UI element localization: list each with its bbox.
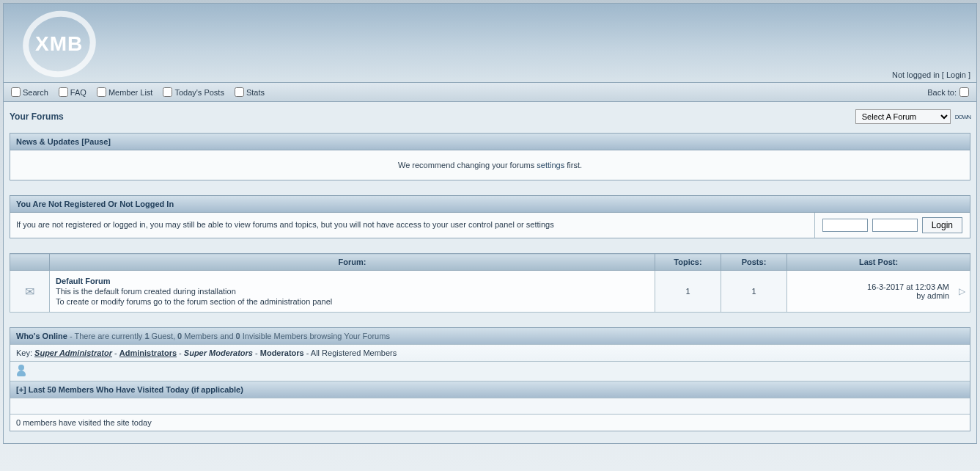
col-topics: Topics: <box>655 254 721 271</box>
person-icon <box>16 365 26 376</box>
last-by: by admin <box>793 291 949 300</box>
username-input[interactable] <box>822 219 868 232</box>
visited-header: [+] Last 50 Members Who Have Visited Tod… <box>10 381 970 398</box>
password-input[interactable] <box>872 219 918 232</box>
down-icon[interactable]: DOWN <box>955 114 970 120</box>
last-date: 16-3-2017 at 12:03 AM <box>793 282 949 291</box>
mail-icon: ✉ <box>25 285 34 298</box>
toolbar-faq[interactable]: FAQ <box>59 87 86 97</box>
login-form: Login <box>815 213 970 238</box>
back-to-checkbox[interactable] <box>959 87 969 97</box>
news-body: We recommend changing your forums settin… <box>10 150 970 180</box>
topics-count: 1 <box>655 271 721 313</box>
col-forum: Forum: <box>50 254 655 271</box>
news-pause[interactable]: [Pause] <box>81 137 111 146</box>
search-checkbox[interactable] <box>11 87 21 97</box>
memberlist-checkbox[interactable] <box>97 87 106 97</box>
whos-online-panel: Who's Online - There are currently 1 Gue… <box>10 327 970 431</box>
notreg-msg: If you are not registered or logged in, … <box>10 213 815 238</box>
toolbar-memberlist[interactable]: Member List <box>97 87 153 97</box>
notreg-header: You Are Not Registered Or Not Logged In <box>10 196 970 213</box>
expand-toggle[interactable]: [+] <box>16 385 26 394</box>
back-to-label: Back to: <box>927 88 957 97</box>
page-title: Your Forums <box>10 112 64 122</box>
stats-checkbox[interactable] <box>235 87 244 97</box>
forum-name-link[interactable]: Default Forum <box>56 277 649 285</box>
posts-count: 1 <box>721 271 787 313</box>
logo-text: XMB <box>35 32 83 56</box>
header-banner: XMB Not logged in [ Login ] <box>4 4 976 83</box>
toolbar-search[interactable]: Search <box>11 87 48 97</box>
todays-checkbox[interactable] <box>163 87 172 97</box>
role-mod: Moderators <box>260 348 304 357</box>
col-lastpost: Last Post: <box>787 254 970 271</box>
toolbar-stats[interactable]: Stats <box>235 87 265 97</box>
col-posts: Posts: <box>721 254 787 271</box>
visited-empty <box>10 398 970 415</box>
col-icon <box>10 254 50 271</box>
role-all: All Registered Members <box>311 348 397 357</box>
forum-select[interactable]: Select A Forum <box>855 109 951 124</box>
login-button[interactable]: Login <box>922 217 962 233</box>
role-admin: Administrators <box>119 348 177 357</box>
notreg-panel: You Are Not Registered Or Not Logged In … <box>10 195 970 238</box>
table-row: ✉ Default Forum This is the default foru… <box>10 271 970 313</box>
role-super-admin: Super Administrator <box>34 348 112 357</box>
online-users-row <box>10 362 970 381</box>
forum-table: Forum: Topics: Posts: Last Post: ✉ Defau… <box>10 253 970 313</box>
visited-msg: 0 members have visited the site today <box>10 415 970 431</box>
forum-desc1: This is the default forum created during… <box>56 287 649 296</box>
news-header: News & Updates <box>16 137 79 146</box>
logo: XMB <box>23 11 103 81</box>
toolbar: Search FAQ Member List Today's Posts Sta… <box>4 83 976 102</box>
goto-arrow-icon[interactable]: ▷ <box>959 286 965 296</box>
key-row: Key: Super Administrator - Administrator… <box>10 345 970 362</box>
settings-link[interactable]: settings <box>537 161 564 169</box>
toolbar-todays[interactable]: Today's Posts <box>163 87 224 97</box>
forum-desc2: To create or modify forums go to the for… <box>56 297 649 306</box>
login-status: Not logged in [ Login ] <box>892 70 970 79</box>
faq-checkbox[interactable] <box>59 87 68 97</box>
news-panel: News & Updates [Pause] We recommend chan… <box>10 133 970 180</box>
role-super-mod: Super Moderators <box>184 348 253 357</box>
whos-online-header: Who's Online - There are currently 1 Gue… <box>10 328 970 345</box>
login-link[interactable]: Login <box>946 70 966 79</box>
